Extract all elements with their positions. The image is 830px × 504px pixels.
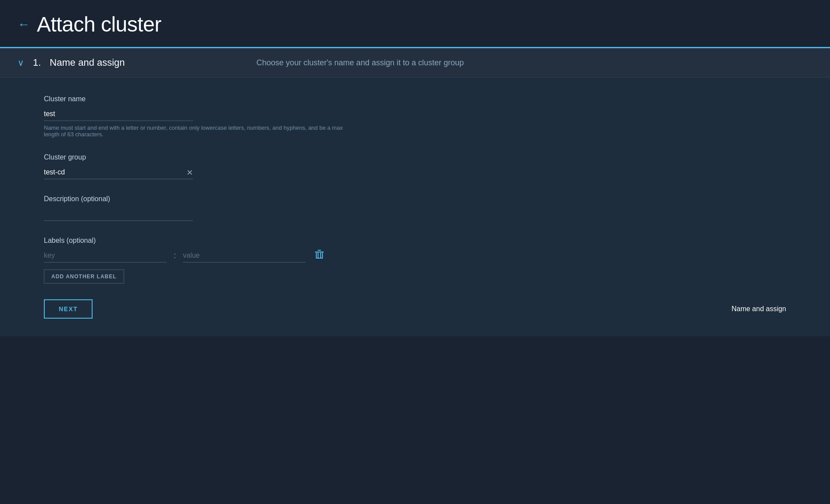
wizard-step-body: Cluster name Name must start and end wit… <box>0 78 830 336</box>
step-description: Choose your cluster's name and assign it… <box>257 58 464 67</box>
description-input[interactable] <box>44 207 193 221</box>
description-label: Description (optional) <box>44 195 786 203</box>
next-button[interactable]: NEXT <box>44 299 93 319</box>
svg-rect-4 <box>318 252 318 259</box>
cluster-group-wrapper: ✕ <box>44 166 193 179</box>
cluster-group-input[interactable] <box>44 166 193 179</box>
wizard-container: ∨ 1. Name and assign Choose your cluster… <box>0 47 830 336</box>
step-chevron-icon[interactable]: ∨ <box>18 57 24 68</box>
labels-section: Labels (optional) : <box>44 237 786 284</box>
cluster-name-label: Cluster name <box>44 95 786 103</box>
svg-rect-2 <box>316 252 317 259</box>
page-title: Attach cluster <box>37 12 161 36</box>
wizard-step-header: ∨ 1. Name and assign Choose your cluster… <box>0 48 830 78</box>
page-container: ← Attach cluster ∨ 1. Name and assign Ch… <box>0 0 830 336</box>
step-number: 1. <box>33 57 41 68</box>
svg-rect-0 <box>315 252 324 252</box>
delete-label-icon[interactable] <box>315 249 324 262</box>
svg-rect-1 <box>318 250 321 251</box>
label-key-input[interactable] <box>44 249 167 263</box>
svg-rect-5 <box>320 252 321 259</box>
description-field: Description (optional) <box>44 195 786 221</box>
cluster-group-label: Cluster group <box>44 153 786 161</box>
form-actions: NEXT Name and assign <box>44 299 786 319</box>
add-another-label-button[interactable]: ADD ANOTHER LABEL <box>44 270 124 284</box>
footer-step-name: Name and assign <box>731 305 786 313</box>
cluster-group-field: Cluster group ✕ <box>44 153 786 179</box>
step-name-header: Name and assign <box>50 57 125 68</box>
page-header: ← Attach cluster <box>0 0 830 47</box>
back-button[interactable]: ← <box>18 18 30 31</box>
cluster-name-input[interactable] <box>44 107 193 121</box>
cluster-name-field: Cluster name Name must start and end wit… <box>44 95 786 138</box>
cluster-name-hint: Name must start and end with a letter or… <box>44 124 351 138</box>
svg-rect-3 <box>322 252 323 259</box>
labels-label: Labels (optional) <box>44 237 786 245</box>
label-row: : <box>44 249 786 263</box>
label-separator: : <box>167 251 183 260</box>
clear-cluster-group-icon[interactable]: ✕ <box>186 169 193 177</box>
label-value-input[interactable] <box>183 249 306 263</box>
svg-rect-6 <box>316 258 323 259</box>
